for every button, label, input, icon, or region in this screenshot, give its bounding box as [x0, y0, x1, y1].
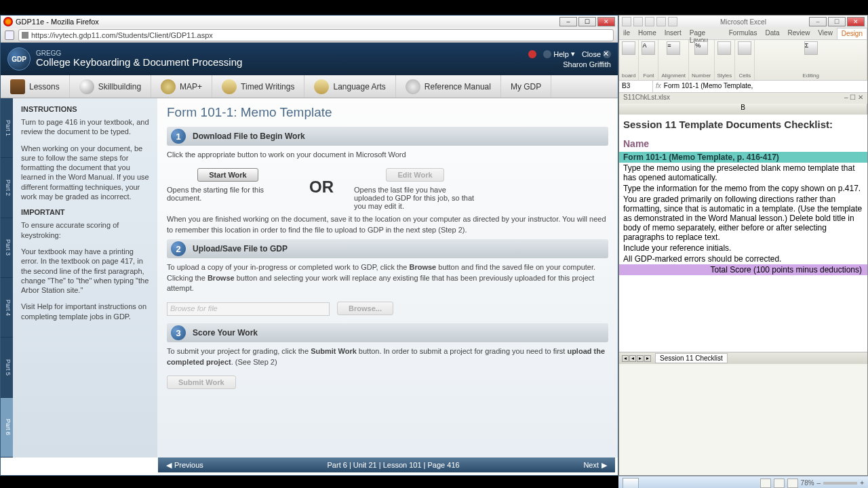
help-link[interactable]: Help ▾: [543, 49, 575, 58]
score-para: To submit your project for grading, clic…: [167, 346, 608, 367]
nav-lessons[interactable]: Lessons: [1, 75, 70, 98]
ribbon-alignment[interactable]: ≡Alignment: [658, 40, 689, 80]
tab-formulas[interactable]: Formulas: [725, 28, 762, 39]
sum-icon[interactable]: Σ: [804, 41, 818, 55]
side-tab-part3[interactable]: Part 3: [1, 218, 13, 278]
taskbar-item[interactable]: [623, 478, 639, 489]
edit-work-button[interactable]: Edit Work: [386, 168, 443, 182]
sheet-nav[interactable]: ◂◂▸▸: [622, 355, 651, 362]
cell-ref-input[interactable]: B3: [619, 81, 653, 92]
cell-total[interactable]: Total Score (100 points minus deductions…: [619, 264, 867, 275]
tab-insert[interactable]: Insert: [660, 28, 686, 39]
side-tab-part5[interactable]: Part 5: [1, 338, 13, 397]
browse-button[interactable]: Browse...: [337, 302, 393, 315]
ribbon-styles[interactable]: Styles: [715, 40, 736, 80]
side-tabs: Part 1 Part 2 Part 3 Part 4 Part 5 Part …: [1, 98, 13, 458]
cell-r3[interactable]: You are graded primarily on following di…: [619, 194, 867, 243]
prev-button[interactable]: ◀Previous: [158, 461, 212, 470]
qat-btn[interactable]: [656, 17, 666, 26]
qat-undo-icon[interactable]: [633, 17, 643, 26]
zoom-out-button[interactable]: –: [817, 479, 821, 487]
question-icon: [406, 79, 420, 94]
zoom-in-button[interactable]: +: [860, 479, 864, 487]
nav-mygdp[interactable]: My GDP: [501, 75, 551, 98]
view-normal-icon[interactable]: [760, 479, 771, 488]
side-tab-part1[interactable]: Part 1: [1, 98, 13, 158]
book-icon: [10, 79, 25, 94]
cell-title[interactable]: Session 11 Template Documents Checklist:: [619, 115, 867, 134]
ribbon-editing[interactable]: ΣEditing: [755, 40, 867, 80]
ribbon-cells[interactable]: Cells: [735, 40, 755, 80]
doc-window-buttons[interactable]: – ☐ ✕: [844, 94, 863, 103]
fx-icon: fx: [656, 82, 661, 91]
nav-langarts[interactable]: Language Arts: [304, 75, 395, 98]
cell-band[interactable]: Form 101-1 (Memo Template, p. 416-417): [619, 152, 867, 163]
tab-design[interactable]: Design: [837, 28, 867, 39]
zoom-slider[interactable]: [823, 482, 857, 485]
step3-title: Score Your Work: [193, 328, 258, 338]
excel-close-button[interactable]: ✕: [847, 17, 865, 26]
col-b[interactable]: B: [619, 104, 867, 115]
minimize-button[interactable]: –: [559, 17, 577, 26]
percent-icon[interactable]: %: [694, 41, 708, 55]
side-tab-part2[interactable]: Part 2: [1, 158, 13, 218]
nav-timed[interactable]: Timed Writings: [212, 75, 304, 98]
tab-home[interactable]: Home: [634, 28, 660, 39]
user-name: Sharon Griffith: [528, 60, 611, 68]
instructions-heading: INSTRUCTIONS: [21, 105, 149, 113]
nav-skillbuilding[interactable]: Skillbuilding: [70, 75, 151, 98]
cell-r2[interactable]: Type the information for the memo from t…: [619, 183, 867, 194]
qat-save-icon[interactable]: [622, 17, 631, 26]
nav-refman[interactable]: Reference Manual: [396, 75, 501, 98]
view-break-icon[interactable]: [787, 479, 798, 488]
side-tab-part6[interactable]: Part 6: [1, 398, 13, 458]
file-path-input[interactable]: Browse for file: [167, 302, 330, 316]
tab-file[interactable]: ile: [619, 28, 634, 39]
url-input[interactable]: https://ivytech.gdp11.com/Students/Clien…: [18, 29, 614, 41]
paste-icon[interactable]: [622, 41, 635, 55]
side-tab-part4[interactable]: Part 4: [1, 278, 13, 338]
tab-pagelayout[interactable]: Page Layou: [686, 28, 725, 39]
cell-name[interactable]: Name: [619, 134, 867, 152]
nav-map[interactable]: MAP+: [151, 75, 212, 98]
cells-icon[interactable]: [738, 41, 751, 55]
tab-data[interactable]: Data: [761, 28, 783, 39]
start-work-button[interactable]: Start Work: [197, 168, 258, 182]
cell-r5[interactable]: All GDP-marked errors should be correcte…: [619, 253, 867, 264]
excel-titlebar: Microsoft Excel – ☐ ✕: [619, 16, 867, 28]
excel-maximize-button[interactable]: ☐: [828, 17, 846, 26]
ribbon-font[interactable]: AFont: [639, 40, 658, 80]
qat-redo-icon[interactable]: [645, 17, 654, 26]
upload-para: To upload a copy of your in-progress or …: [167, 262, 608, 293]
align-icon[interactable]: ≡: [667, 41, 680, 55]
map-icon: [161, 79, 176, 94]
qat-btn[interactable]: [668, 17, 677, 26]
window-title: GDP11e - Mozilla Firefox: [16, 18, 99, 26]
sheet-tab[interactable]: Session 11 Checklist: [655, 353, 728, 363]
site-flag-icon[interactable]: [528, 49, 536, 58]
ribbon-number[interactable]: %Number: [689, 40, 714, 80]
window-close-button[interactable]: ✕: [597, 17, 615, 26]
maximize-button[interactable]: ☐: [578, 17, 596, 26]
font-icon[interactable]: A: [642, 41, 655, 55]
sheet-area[interactable]: Session 11 Template Documents Checklist:…: [619, 115, 867, 352]
styles-icon[interactable]: [717, 41, 731, 55]
close-link[interactable]: Close✕: [582, 49, 611, 58]
view-layout-icon[interactable]: [774, 479, 785, 488]
step2-title: Upload/Save File to GDP: [193, 244, 288, 253]
tab-review[interactable]: Review: [784, 28, 814, 39]
main-panel: Form 101-1: Memo Template 1 Download Fil…: [157, 98, 618, 458]
firefox-icon: [3, 17, 13, 26]
next-button[interactable]: Next▶: [575, 461, 615, 470]
tab-view[interactable]: View: [814, 28, 837, 39]
finish-para: When you are finished working on the doc…: [167, 214, 608, 235]
submit-work-button[interactable]: Submit Work: [167, 375, 236, 389]
step1-num: 1: [171, 129, 186, 144]
instructions-p2: When working on your document, be sure t…: [21, 144, 149, 202]
nav-back-icon[interactable]: [5, 30, 14, 40]
cell-r4[interactable]: Include your reference initials.: [619, 243, 867, 253]
excel-minimize-button[interactable]: –: [809, 17, 827, 26]
ribbon-clipboard[interactable]: board: [619, 40, 639, 80]
formula-input[interactable]: fxForm 101-1 (Memo Template,: [653, 81, 867, 92]
cell-r1[interactable]: Type the memo using the preselected blan…: [619, 163, 867, 183]
